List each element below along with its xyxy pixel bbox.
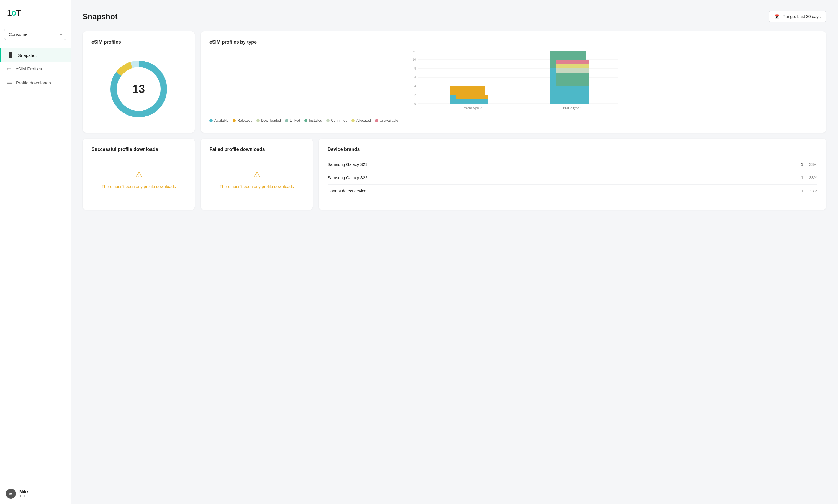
brand-name: Cannot detect device	[327, 188, 801, 193]
sidebar-user: M Mikk 1oT	[0, 483, 70, 504]
logo: 1oT	[7, 8, 64, 18]
brand-pct: 33%	[807, 175, 817, 180]
dropdown-label: Consumer	[8, 32, 29, 37]
brand-pct: 33%	[807, 188, 817, 193]
legend-downloaded: Downloaded	[256, 119, 281, 123]
successful-empty-message: There hasn't been any profile downloads	[102, 184, 176, 190]
legend-dot-available	[209, 119, 213, 122]
esim-by-type-title: eSIM profiles by type	[209, 39, 817, 45]
sidebar: 1oT Consumer ▾ ▐▌ Snapshot ▭ eSIM Profil…	[0, 0, 71, 504]
brand-name: Samsung Galaxy S21	[327, 162, 801, 167]
svg-text:Profile type 1: Profile type 1	[563, 106, 582, 110]
legend-dot-unavailable	[375, 119, 378, 122]
calendar-icon: 📅	[774, 14, 780, 19]
donut-chart: 13	[106, 57, 171, 122]
brand-pct: 33%	[807, 162, 817, 167]
legend-dot-downloaded	[256, 119, 260, 122]
sidebar-item-label: Profile downloads	[16, 80, 51, 85]
svg-text:Profile type 2: Profile type 2	[463, 106, 482, 110]
page-title: Snapshot	[83, 12, 117, 21]
donut-container: 13	[91, 51, 186, 124]
legend-released: Released	[233, 119, 252, 123]
svg-text:10: 10	[412, 58, 416, 61]
warning-icon: ⚠	[135, 170, 142, 180]
legend-installed: Installed	[304, 119, 322, 123]
svg-text:6: 6	[414, 75, 416, 79]
bar-chart-icon: ▐▌	[7, 52, 14, 58]
esim-by-type-card: eSIM profiles by type 12 10 8 6 4	[201, 31, 826, 133]
brand-count: 1	[801, 175, 803, 180]
svg-text:2: 2	[414, 93, 416, 97]
esim-total: 13	[133, 83, 145, 95]
sidebar-item-profile-downloads[interactable]: ▬ Profile downloads	[0, 76, 70, 89]
brand-list: Samsung Galaxy S21 1 33% Samsung Galaxy …	[327, 158, 817, 197]
legend-dot-confirmed	[326, 119, 330, 122]
chart-legend: Available Released Downloaded Linked Ins…	[209, 119, 817, 123]
bar-t1-allocated	[556, 64, 589, 68]
bar-t2-released	[456, 95, 488, 99]
page-header: Snapshot 📅 Range: Last 30 days	[83, 11, 826, 22]
svg-text:8: 8	[414, 67, 416, 70]
bar-t1-unavailable	[556, 59, 589, 64]
legend-allocated: Allocated	[352, 119, 371, 123]
failed-empty-message: There hasn't been any profile downloads	[220, 184, 294, 190]
range-label: Range: Last 30 days	[783, 14, 821, 19]
svg-text:0: 0	[414, 102, 416, 106]
bar-t2-available	[456, 99, 488, 104]
brand-row: Cannot detect device 1 33%	[327, 184, 817, 197]
bar-chart-svg: 12 10 8 6 4 2 0	[218, 51, 817, 113]
bar-t1-confirmed	[556, 68, 589, 73]
legend-unavailable: Unavailable	[375, 119, 398, 123]
failed-downloads-title: Failed profile downloads	[209, 147, 304, 152]
avatar: M	[6, 489, 16, 499]
sidebar-item-label: eSIM Profiles	[16, 66, 42, 71]
monitor-icon: ▬	[7, 79, 12, 86]
user-org: 1oT	[19, 494, 29, 498]
brand-count: 1	[801, 162, 803, 167]
esim-profiles-card: eSIM profiles 13	[83, 31, 195, 133]
successful-downloads-card: Successful profile downloads ⚠ There has…	[83, 139, 195, 210]
sidebar-item-esim-profiles[interactable]: ▭ eSIM Profiles	[0, 62, 70, 76]
chevron-down-icon: ▾	[60, 32, 62, 37]
device-brands-title: Device brands	[327, 147, 817, 152]
card-icon: ▭	[7, 66, 12, 72]
brand-count: 1	[801, 188, 803, 193]
legend-dot-released	[233, 119, 236, 122]
brand-name: Samsung Galaxy S22	[327, 175, 801, 180]
bar-t1-available	[556, 86, 589, 104]
failed-downloads-empty: ⚠ There hasn't been any profile download…	[209, 158, 304, 202]
svg-text:4: 4	[414, 84, 416, 88]
failed-downloads-card: Failed profile downloads ⚠ There hasn't …	[201, 139, 313, 210]
svg-rect-18	[450, 86, 485, 95]
legend-linked: Linked	[285, 119, 300, 123]
main-content: Snapshot 📅 Range: Last 30 days eSIM prof…	[71, 0, 838, 504]
legend-confirmed: Confirmed	[326, 119, 347, 123]
cards-row-1: eSIM profiles 13 eSIM profiles by ty	[83, 31, 826, 133]
date-range-button[interactable]: 📅 Range: Last 30 days	[769, 11, 826, 22]
svg-text:12: 12	[412, 51, 416, 52]
successful-downloads-empty: ⚠ There hasn't been any profile download…	[91, 158, 186, 202]
successful-downloads-title: Successful profile downloads	[91, 147, 186, 152]
brand-row: Samsung Galaxy S22 1 33%	[327, 171, 817, 184]
sidebar-nav: ▐▌ Snapshot ▭ eSIM Profiles ▬ Profile do…	[0, 45, 70, 483]
cards-row-2: Successful profile downloads ⚠ There has…	[83, 139, 826, 210]
legend-dot-allocated	[352, 119, 355, 122]
user-name: Mikk	[19, 489, 29, 494]
legend-dot-installed	[304, 119, 307, 122]
logo-area: 1oT	[0, 0, 70, 24]
legend-available: Available	[209, 119, 228, 123]
brand-row: Samsung Galaxy S21 1 33%	[327, 158, 817, 171]
bar-t1-installed	[556, 73, 589, 86]
device-brands-card: Device brands Samsung Galaxy S21 1 33% S…	[319, 139, 826, 210]
warning-icon: ⚠	[253, 170, 260, 180]
esim-profiles-title: eSIM profiles	[91, 39, 186, 45]
legend-dot-linked	[285, 119, 288, 122]
sidebar-item-label: Snapshot	[18, 53, 37, 58]
consumer-dropdown[interactable]: Consumer ▾	[4, 29, 66, 40]
sidebar-item-snapshot[interactable]: ▐▌ Snapshot	[0, 48, 70, 62]
